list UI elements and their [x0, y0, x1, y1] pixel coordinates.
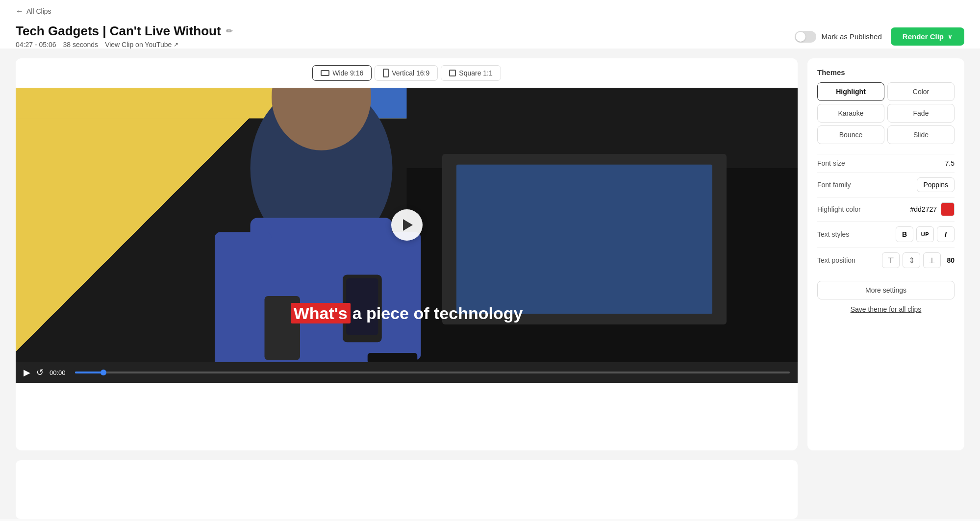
publish-label: Mark as Published — [821, 32, 881, 41]
video-controls: ▶ ↺ 00:00 — [16, 362, 798, 383]
header-area: Tech Gadgets | Can't Live Without ✏ 04:2… — [0, 19, 980, 49]
back-arrow-icon: ← — [16, 7, 24, 16]
position-center-button[interactable]: ⇕ — [903, 252, 920, 268]
save-theme-link[interactable]: Save theme for all clips — [817, 305, 955, 313]
square-icon — [449, 70, 456, 76]
external-link-icon: ↗ — [174, 41, 178, 48]
sidebar: Themes Highlight Color Karaoke Fade Boun… — [807, 58, 964, 450]
text-position-label: Text position — [817, 256, 855, 264]
font-size-label: Font size — [817, 159, 845, 167]
clip-title-row: Tech Gadgets | Can't Live Without ✏ — [16, 24, 232, 39]
uppercase-button[interactable]: UP — [916, 226, 934, 242]
tab-vertical[interactable]: Vertical 16:9 — [375, 65, 438, 81]
save-theme-label: Save theme for all clips — [851, 305, 922, 313]
clip-meta: 04:27 - 05:06 38 seconds View Clip on Yo… — [16, 41, 232, 49]
progress-dot — [101, 370, 106, 375]
tab-vertical-label: Vertical 16:9 — [392, 69, 429, 77]
theme-bounce[interactable]: Bounce — [817, 125, 884, 144]
toggle-knob — [796, 32, 805, 42]
svg-rect-14 — [368, 353, 418, 362]
color-picker-area: #dd2727 — [910, 202, 955, 216]
font-family-row: Font family Poppins — [817, 172, 955, 197]
italic-button[interactable]: I — [937, 226, 955, 242]
main-content: Wide 9:16 Vertical 16:9 Square 1:1 — [0, 49, 980, 450]
text-position-controls: ⊤ ⇕ ⊥ 80 — [882, 252, 955, 268]
highlight-color-label: Highlight color — [817, 205, 861, 213]
text-styles-row: Text styles B UP I — [817, 221, 955, 247]
video-container: What'sa piece of technology — [16, 88, 798, 362]
position-top-button[interactable]: ⊤ — [882, 252, 900, 268]
font-family-label: Font family — [817, 181, 851, 189]
subtitle-rest: a piece of technology — [352, 304, 523, 323]
theme-karaoke[interactable]: Karaoke — [817, 104, 884, 123]
time-range: 04:27 - 05:06 — [16, 41, 56, 49]
aspect-tabs: Wide 9:16 Vertical 16:9 Square 1:1 — [16, 58, 798, 88]
theme-highlight[interactable]: Highlight — [817, 82, 884, 101]
theme-fade[interactable]: Fade — [887, 104, 955, 123]
video-section: Wide 9:16 Vertical 16:9 Square 1:1 — [16, 58, 798, 450]
themes-title: Themes — [817, 68, 955, 76]
font-family-selector[interactable]: Poppins — [917, 177, 955, 192]
theme-slide[interactable]: Slide — [887, 125, 955, 144]
themes-grid: Highlight Color Karaoke Fade Bounce Slid… — [817, 82, 955, 144]
header-right: Mark as Published Render Clip ∨ — [795, 27, 964, 46]
publish-toggle-area: Mark as Published — [795, 31, 881, 43]
header-left: Tech Gadgets | Can't Live Without ✏ 04:2… — [16, 24, 232, 49]
current-time: 00:00 — [50, 369, 69, 376]
text-styles-label: Text styles — [817, 230, 849, 238]
position-value: 80 — [947, 256, 955, 264]
edit-title-icon[interactable]: ✏ — [226, 26, 232, 36]
play-pause-button[interactable]: ▶ — [24, 367, 30, 378]
bottom-strip — [0, 450, 980, 519]
font-size-row: Font size 7.5 — [817, 154, 955, 172]
highlight-color-row: Highlight color #dd2727 — [817, 197, 955, 221]
view-link-text: View Clip on YouTube — [105, 41, 172, 49]
render-clip-button[interactable]: Render Clip ∨ — [891, 27, 964, 46]
play-icon — [403, 219, 413, 231]
duration-label: 38 seconds — [63, 41, 99, 49]
render-btn-label: Render Clip — [903, 32, 944, 41]
back-link[interactable]: ← All Clips — [16, 7, 51, 16]
bottom-panel-left — [16, 460, 798, 519]
tab-wide-label: Wide 9:16 — [332, 69, 363, 77]
vertical-icon — [383, 69, 389, 77]
color-swatch[interactable] — [941, 202, 955, 216]
publish-toggle[interactable] — [795, 31, 816, 43]
view-on-youtube-link[interactable]: View Clip on YouTube ↗ — [105, 41, 178, 49]
progress-bar[interactable] — [75, 372, 790, 373]
font-size-value: 7.5 — [945, 159, 955, 167]
clip-title-text: Tech Gadgets | Can't Live Without — [16, 24, 221, 39]
text-position-row: Text position ⊤ ⇕ ⊥ 80 — [817, 247, 955, 273]
more-settings-label: More settings — [865, 286, 906, 294]
play-button[interactable] — [391, 209, 423, 241]
subtitle-overlay: What'sa piece of technology — [291, 304, 523, 323]
back-label: All Clips — [26, 7, 51, 15]
more-settings-button[interactable]: More settings — [817, 281, 955, 299]
font-family-value: Poppins — [923, 181, 948, 189]
text-styles-buttons: B UP I — [896, 226, 955, 242]
subtitle-highlighted-word: What's — [291, 303, 351, 323]
svg-rect-9 — [215, 232, 272, 363]
progress-fill — [75, 372, 103, 373]
tab-square-label: Square 1:1 — [459, 69, 493, 77]
position-bottom-button[interactable]: ⊥ — [923, 252, 941, 268]
svg-rect-5 — [456, 165, 712, 314]
bold-button[interactable]: B — [896, 226, 913, 242]
render-chevron-icon: ∨ — [948, 33, 953, 40]
tab-square[interactable]: Square 1:1 — [441, 65, 501, 81]
top-bar: ← All Clips — [0, 0, 980, 19]
color-hex-value: #dd2727 — [910, 205, 937, 213]
replay-button[interactable]: ↺ — [36, 367, 44, 378]
wide-icon — [321, 70, 329, 76]
tab-wide[interactable]: Wide 9:16 — [312, 65, 372, 81]
theme-color[interactable]: Color — [887, 82, 955, 101]
bottom-panel-right — [807, 460, 964, 519]
